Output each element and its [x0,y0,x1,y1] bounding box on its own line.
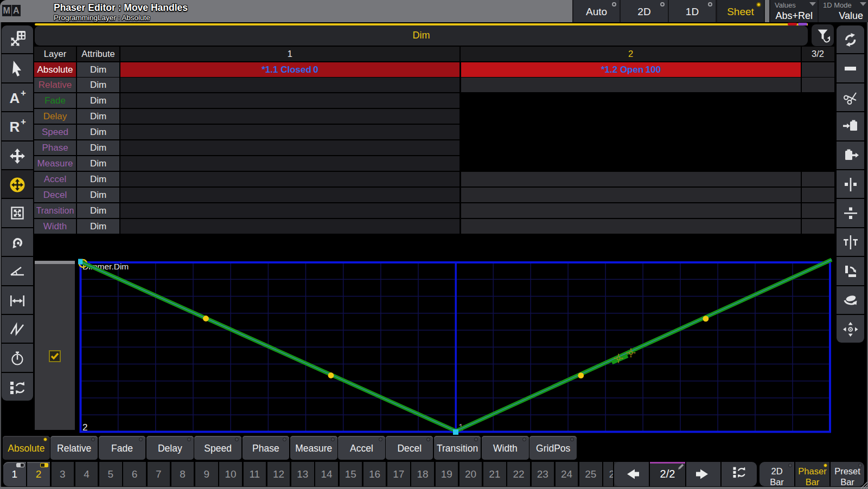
svg-text:A: A [10,90,20,106]
svg-text:2: 2 [82,422,87,433]
svg-text:+: + [21,117,26,127]
svg-text:R: R [10,119,20,135]
svg-text:+: + [21,88,26,98]
